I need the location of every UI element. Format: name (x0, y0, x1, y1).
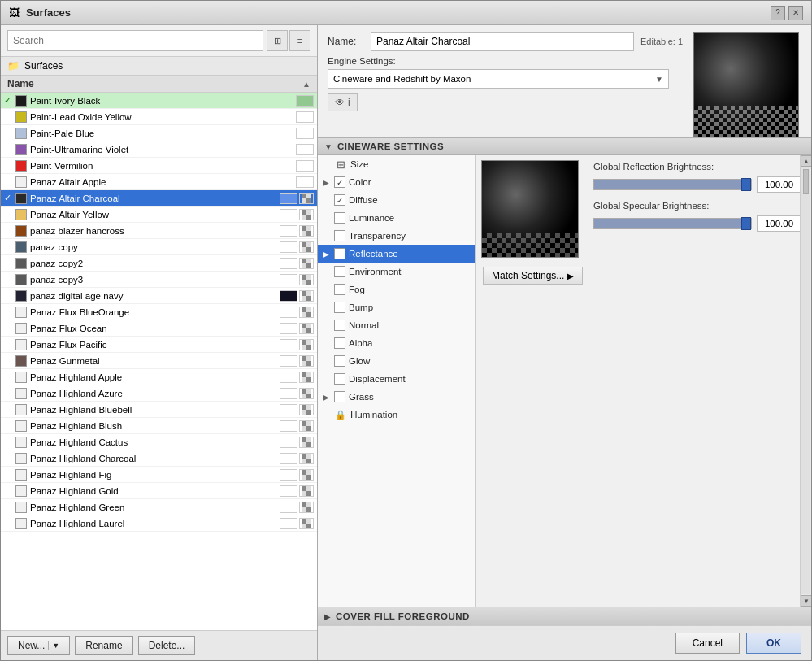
sort-arrow-icon[interactable]: ▲ (302, 80, 310, 89)
scrollbar-down-button[interactable]: ▼ (801, 595, 811, 607)
item-pattern-button[interactable] (299, 209, 314, 220)
item-pattern-button[interactable] (299, 388, 314, 399)
delete-button[interactable]: Delete... (138, 636, 196, 655)
match-settings-button[interactable]: Match Settings... ▶ (483, 267, 583, 285)
scrollbar-up-button[interactable]: ▲ (801, 155, 811, 167)
item-pattern-button[interactable] (299, 225, 314, 237)
item-pattern-button[interactable] (299, 258, 314, 269)
item-pattern-button[interactable] (299, 372, 314, 383)
close-button[interactable]: ✕ (788, 6, 803, 20)
name-input[interactable] (371, 32, 634, 51)
list-item[interactable]: Paint-Vermilion (1, 158, 317, 174)
channel-item[interactable]: Transparency (318, 227, 475, 245)
channel-checkbox[interactable]: ✓ (334, 194, 345, 206)
list-item[interactable]: Panaz Highland Fig (1, 467, 317, 483)
channel-checkbox[interactable] (334, 391, 345, 402)
item-pattern-button[interactable] (299, 469, 314, 481)
channel-item[interactable]: ▶✓Color (318, 173, 475, 191)
channel-checkbox[interactable] (334, 212, 345, 224)
channel-item[interactable]: Glow (318, 352, 475, 370)
item-pattern-button[interactable] (299, 290, 314, 302)
list-item[interactable]: Paint-Lead Oxide Yellow (1, 109, 317, 125)
cancel-button[interactable]: Cancel (675, 633, 740, 654)
channel-checkbox[interactable] (334, 355, 345, 367)
item-pattern-button[interactable] (299, 323, 314, 334)
list-item[interactable]: Panaz Highland Cactus (1, 434, 317, 450)
list-item[interactable]: Panaz Gunmetal (1, 353, 317, 369)
list-item[interactable]: Panaz Highland Bluebell (1, 402, 317, 418)
channel-item[interactable]: Environment (318, 263, 475, 280)
list-item[interactable]: Panaz Altair Yellow (1, 207, 317, 223)
channel-item[interactable]: 🔒Illumination (318, 406, 475, 424)
rename-button[interactable]: Rename (75, 636, 132, 655)
channel-checkbox[interactable] (334, 320, 345, 331)
item-pattern-button[interactable] (299, 485, 314, 497)
preview-eye-button[interactable]: 👁 i (328, 93, 358, 111)
ok-button[interactable]: OK (746, 633, 801, 654)
item-pattern-button[interactable] (299, 193, 314, 204)
item-pattern-button[interactable] (299, 404, 314, 415)
item-pattern-button[interactable] (299, 274, 314, 285)
list-item[interactable]: Paint-Ultramarine Violet (1, 141, 317, 158)
item-pattern-button[interactable] (299, 339, 314, 350)
channel-checkbox[interactable] (334, 284, 345, 295)
channel-item[interactable]: Luminance (318, 209, 475, 227)
global-specular-value[interactable]: 100.00 (757, 215, 801, 232)
channel-item[interactable]: Bump (318, 298, 475, 316)
new-button-arrow[interactable]: ▼ (48, 641, 59, 650)
list-item[interactable]: Panaz Highland Apple (1, 369, 317, 385)
list-item[interactable]: panaz copy3 (1, 272, 317, 288)
channel-checkbox[interactable] (334, 266, 345, 277)
list-item[interactable]: Panaz Flux Pacific (1, 337, 317, 353)
global-reflection-value[interactable]: 100.00 (757, 176, 801, 193)
channel-item[interactable]: Fog (318, 280, 475, 298)
list-item[interactable]: ✓Panaz Altair Charcoal (1, 190, 317, 207)
global-reflection-thumb[interactable] (741, 178, 751, 191)
channel-item[interactable]: ✓Diffuse (318, 191, 475, 209)
channel-item[interactable]: Normal (318, 316, 475, 334)
list-item[interactable]: Panaz Highland Green (1, 499, 317, 515)
channel-checkbox[interactable] (334, 302, 345, 313)
cover-fill-section[interactable]: ▶ COVER FILL FOREGROUND (318, 607, 811, 625)
list-item[interactable]: Panaz Highland Blush (1, 418, 317, 434)
list-item[interactable]: panaz copy (1, 239, 317, 255)
channel-checkbox[interactable] (334, 337, 345, 349)
item-pattern-button[interactable] (299, 355, 314, 367)
list-item[interactable]: Paint-Pale Blue (1, 125, 317, 141)
new-button[interactable]: New... ▼ (7, 636, 70, 655)
channel-checkbox[interactable]: ✓ (334, 176, 345, 188)
props-scrollbar[interactable]: ▲ ▼ (800, 155, 811, 607)
channel-item[interactable]: ▶Grass (318, 388, 475, 406)
channel-checkbox[interactable]: ✓ (334, 248, 345, 259)
list-item[interactable]: Panaz Highland Charcoal (1, 450, 317, 467)
item-pattern-button[interactable] (299, 437, 314, 448)
item-pattern-button[interactable] (299, 241, 314, 253)
scrollbar-thumb[interactable] (803, 169, 809, 194)
channel-item[interactable]: Alpha (318, 334, 475, 352)
channel-item[interactable]: ⊞Size (318, 155, 475, 173)
list-item[interactable]: Panaz Flux BlueOrange (1, 304, 317, 320)
item-pattern-button[interactable] (299, 502, 314, 513)
global-specular-thumb[interactable] (741, 217, 751, 230)
global-specular-slider[interactable] (593, 218, 752, 229)
list-item[interactable]: Panaz Highland Laurel (1, 515, 317, 532)
list-item[interactable]: panaz blazer hancross (1, 223, 317, 239)
help-button[interactable]: ? (771, 6, 785, 20)
list-item[interactable]: panaz digital age navy (1, 288, 317, 304)
channel-checkbox[interactable] (334, 373, 345, 385)
channel-item[interactable]: Displacement (318, 370, 475, 388)
global-reflection-slider[interactable] (593, 179, 752, 190)
list-item[interactable]: Panaz Highland Azure (1, 385, 317, 402)
list-item[interactable]: ✓Paint-Ivory Black (1, 93, 317, 109)
cineware-section-header[interactable]: ▼ CINEWARE SETTINGS (318, 138, 811, 155)
item-pattern-button[interactable] (299, 307, 314, 318)
channel-checkbox[interactable] (334, 230, 345, 241)
item-pattern-button[interactable] (299, 518, 314, 529)
list-item[interactable]: Panaz Altair Apple (1, 174, 317, 190)
list-item[interactable]: panaz copy2 (1, 255, 317, 272)
grid-view-button[interactable]: ⊞ (267, 30, 288, 51)
item-pattern-button[interactable] (299, 453, 314, 464)
list-item[interactable]: Panaz Flux Ocean (1, 320, 317, 337)
engine-select[interactable]: Cineware and Redshift by Maxon ▼ (328, 69, 669, 89)
search-input[interactable] (7, 30, 263, 51)
